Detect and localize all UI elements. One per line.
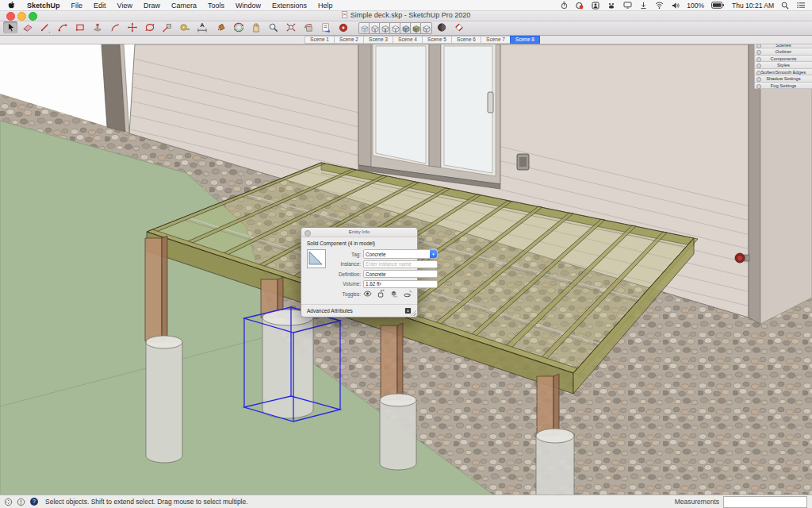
status-bar: ? Select objects. Shift to extend select… [0,495,812,508]
advanced-attributes-bar[interactable]: Advanced Attributes [301,304,417,317]
paint-bucket-tool-icon[interactable] [214,21,228,33]
deck-post-4[interactable] [537,374,559,436]
hidden-toggle-eye-icon[interactable] [363,291,372,297]
tab-scene-6[interactable]: Scene 6 [451,36,481,44]
menu-edit[interactable]: Edit [88,2,112,10]
tray-item-soften-smooth-edges[interactable]: Soften/Smooth Edges [755,69,812,76]
sliding-glass-door[interactable] [358,44,500,189]
tab-scene-3[interactable]: Scene 3 [363,36,393,44]
wifi-icon[interactable] [655,2,664,9]
scale-tool-icon[interactable] [160,21,174,33]
disclosure-icon [756,50,761,55]
apple-menu-icon[interactable] [8,1,15,10]
concrete-footing-4[interactable] [536,429,574,495]
disclosure-icon [756,84,761,89]
orbit-tool-icon[interactable] [232,21,246,33]
cast-shadows-toggle-icon[interactable] [390,290,398,298]
title-bar: Simple deck.skp - SketchUp Pro 2020 [0,10,812,21]
credits-status-icon[interactable] [17,498,25,506]
warehouse-tool-icon[interactable] [336,21,350,33]
tray-item-components[interactable]: Components [755,56,812,63]
menu-tools[interactable]: Tools [202,2,230,10]
window-title: Simple deck.skp - SketchUp Pro 2020 [0,11,812,19]
spotlight-search-icon[interactable] [781,2,789,10]
entity-info-titlebar[interactable]: Entity Info [301,228,417,237]
hose-bib[interactable] [735,253,749,263]
keyboard-prefs-icon[interactable] [592,2,599,10]
deck-post-3[interactable] [381,323,403,400]
dialog-resize-grip[interactable] [411,310,416,316]
move-tool-icon[interactable] [125,21,140,33]
pan-tool-icon[interactable] [249,21,263,33]
tray-item-shadow-settings[interactable]: Shadow Settings [755,75,812,83]
deck-post-1[interactable] [145,236,167,341]
app-badge-icon[interactable] [576,2,584,10]
menu-view[interactable]: View [112,2,138,10]
display-icon[interactable] [623,2,632,9]
monochrome-style-icon[interactable] [420,22,432,34]
tray-item-fog-settings[interactable]: Fog Settings [755,83,812,90]
help-status-icon[interactable]: ? [29,497,39,506]
menu-clock[interactable]: Thu 10:21 AM [732,2,774,10]
push-pull-tool-icon[interactable] [90,21,105,33]
tag-label: Tag: [329,252,363,257]
geolocation-status-icon[interactable] [4,498,13,506]
menu-window[interactable]: Window [230,2,266,10]
component-thumbnail [307,249,326,268]
dimension-tool-icon[interactable] [195,21,209,33]
instance-input[interactable] [363,260,438,268]
menu-camera[interactable]: Camera [166,2,202,10]
line-tool-icon[interactable] [38,21,52,33]
measurements-label: Measurements [675,498,719,506]
tab-scene-4[interactable]: Scene 4 [393,36,423,44]
tab-scene-5[interactable]: Scene 5 [422,36,452,44]
lock-toggle-icon[interactable] [377,290,385,298]
concrete-footing-1[interactable] [146,336,182,463]
section-plane-tool-icon[interactable] [452,21,466,33]
receive-shadows-toggle-icon[interactable] [404,290,412,298]
rectangle-tool-icon[interactable] [73,21,87,33]
dialog-title: Entity Info [301,228,417,237]
dialog-close-button[interactable] [304,230,311,237]
shadows-tool-icon[interactable] [435,21,449,33]
zoom-tool-icon[interactable] [266,21,281,33]
measurements-input[interactable] [723,496,807,508]
menu-extensions[interactable]: Extensions [266,2,312,10]
definition-input[interactable] [363,270,438,278]
electrical-outlet[interactable] [517,154,529,170]
tab-scene-8-active[interactable]: Scene 8 [510,36,540,44]
notification-center-icon[interactable] [797,2,806,9]
dropdown-arrows-icon[interactable]: ▾ [430,250,437,258]
door-glass-left [376,46,426,164]
rotate-tool-icon[interactable] [143,21,157,33]
eraser-tool-icon[interactable] [21,21,35,33]
volume-icon[interactable] [672,2,680,10]
offset-tool-icon[interactable] [108,21,122,33]
toggles-label: Toggles: [329,291,363,297]
tab-scene-1[interactable]: Scene 1 [304,36,335,44]
tape-measure-tool-icon[interactable] [178,21,192,33]
menu-help[interactable]: Help [312,2,339,10]
volume-input[interactable] [363,280,438,288]
concrete-footing-3[interactable] [380,394,416,470]
backup-arrow-icon[interactable] [640,2,647,10]
send-to-layout-tool-icon[interactable] [319,21,333,33]
paw-icon[interactable] [607,2,615,10]
volume-row: Volume: [329,279,438,290]
status-hint-text: Select objects. Shift to extend select. … [45,498,248,506]
menu-file[interactable]: File [66,2,89,10]
select-tool-icon[interactable] [3,21,17,33]
sketchup-window: SketchUp File Edit View Draw Camera Tool… [0,0,812,508]
tab-scene-2[interactable]: Scene 2 [334,36,364,44]
tray-item-outliner[interactable]: Outliner [755,48,812,56]
menu-draw[interactable]: Draw [138,2,166,10]
previous-view-tool-icon[interactable] [301,21,316,33]
zoom-extents-tool-icon[interactable] [284,21,298,33]
tag-dropdown[interactable]: Concrete ▾ [363,249,438,259]
arc-tool-icon[interactable] [56,21,70,33]
tab-scene-7[interactable]: Scene 7 [481,36,511,44]
stopwatch-icon[interactable] [561,2,568,10]
tray-item-styles[interactable]: Styles [755,62,812,69]
door-handle [488,92,493,113]
menu-sketchup[interactable]: SketchUp [21,2,66,10]
